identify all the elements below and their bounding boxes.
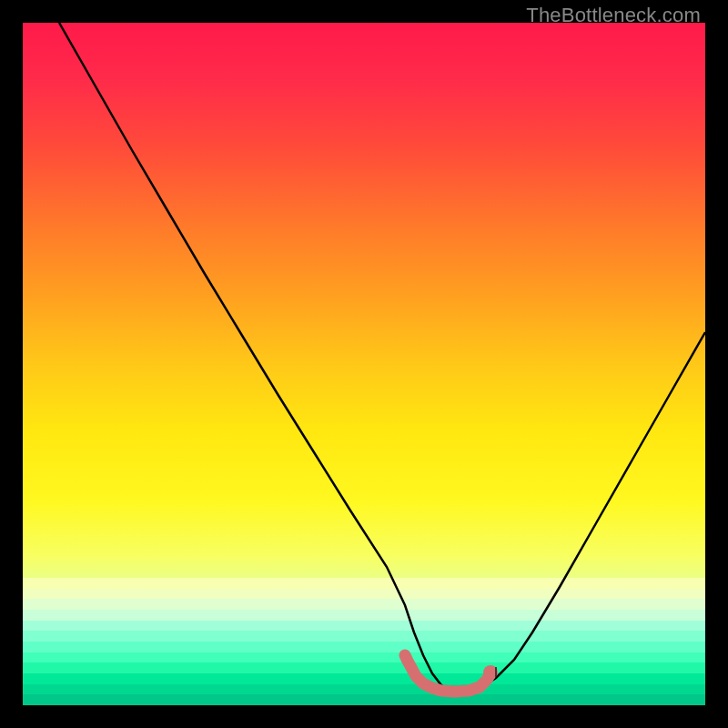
optimal-mid-dot-2 <box>440 685 451 696</box>
chart-svg <box>23 23 705 705</box>
optimal-mid-dot-1 <box>422 681 433 692</box>
bottleneck-curve <box>59 23 705 692</box>
optimal-mid-dot-3 <box>459 685 470 696</box>
watermark-text: TheBottleneck.com <box>526 4 701 27</box>
